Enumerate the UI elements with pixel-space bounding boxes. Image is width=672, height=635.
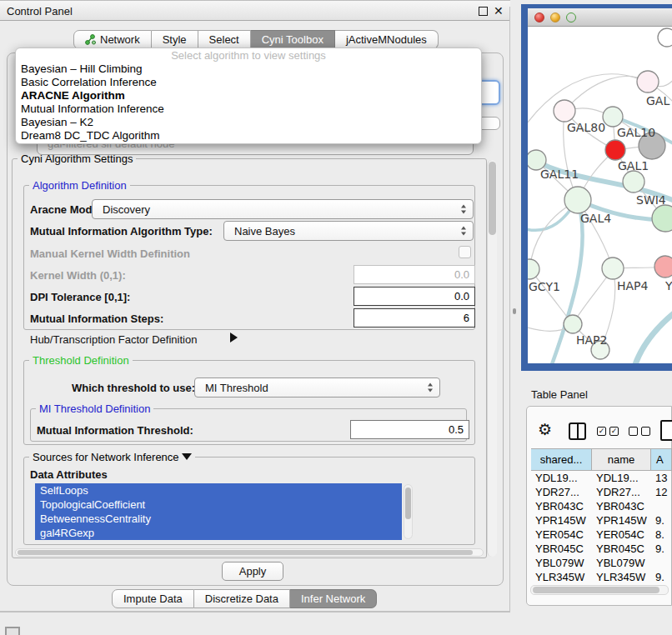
dropdown-item[interactable]: Basic Correlation Inference bbox=[16, 76, 481, 89]
document-icon[interactable] bbox=[660, 420, 672, 441]
dpi-tolerance-field[interactable]: 0.0 bbox=[354, 287, 475, 306]
gear-icon[interactable]: ⚙ bbox=[538, 421, 552, 439]
dropdown-item[interactable]: Bayesian – Hill Climbing bbox=[16, 62, 481, 76]
node[interactable] bbox=[564, 187, 591, 213]
cell: 8. bbox=[651, 528, 672, 542]
apply-button[interactable]: Apply bbox=[222, 562, 283, 581]
dropdown-list: Bayesian – Hill Climbing Basic Correlati… bbox=[16, 62, 481, 142]
node[interactable] bbox=[602, 258, 624, 279]
node-label: GCY1 bbox=[529, 280, 560, 293]
column-header-partial[interactable]: A bbox=[651, 449, 672, 470]
attribute-item[interactable]: gal4RGexp bbox=[35, 526, 402, 540]
aracne-mode-combo[interactable]: Discovery bbox=[92, 199, 474, 219]
mi-type-combo[interactable]: Naive Bayes bbox=[223, 221, 474, 241]
node-label: GAL4 bbox=[580, 212, 611, 225]
zoom-traffic-light[interactable] bbox=[566, 12, 576, 22]
dropdown-item[interactable]: Dream8 DC_TDC Algorithm bbox=[16, 129, 481, 142]
table-row[interactable]: YLR345W YLR345W 9. bbox=[531, 570, 672, 584]
table-panel-title: Table Panel bbox=[531, 388, 588, 401]
close-traffic-light[interactable] bbox=[534, 12, 544, 22]
node-label: GAL1 bbox=[618, 159, 649, 172]
network-canvas[interactable]: GAL80 GAL10 GAL GAL11 GAL1 SWI4 GAL4 GCY… bbox=[528, 27, 672, 363]
cell: YPR145W bbox=[592, 513, 651, 528]
data-attributes-list: SelfLoops TopologicalCoefficient Between… bbox=[35, 483, 402, 540]
columns-icon[interactable] bbox=[569, 422, 586, 440]
tab-label: Select bbox=[209, 31, 239, 49]
checked-checkbox-icon[interactable]: ✓ bbox=[609, 427, 619, 436]
close-icon[interactable]: ✕ bbox=[494, 4, 504, 18]
node[interactable] bbox=[564, 315, 582, 333]
node[interactable] bbox=[603, 107, 623, 127]
mi-threshold-field[interactable]: 0.5 bbox=[350, 420, 469, 439]
attribute-item[interactable]: BetweennessCentrality bbox=[35, 512, 402, 526]
dropdown-item[interactable]: Mutual Information Inference bbox=[16, 102, 481, 116]
scrollbar-thumb[interactable] bbox=[533, 587, 659, 593]
settings-vertical-scrollbar[interactable] bbox=[487, 160, 497, 557]
scrollbar-thumb[interactable] bbox=[489, 162, 496, 235]
table-row[interactable]: YBL079W YBL079W bbox=[531, 556, 672, 570]
which-threshold-combo[interactable]: MI Threshold bbox=[194, 378, 440, 398]
column-header-shared[interactable]: shared... bbox=[531, 449, 592, 470]
attribute-item[interactable]: TopologicalCoefficient bbox=[35, 498, 402, 512]
dropdown-item[interactable]: Bayesian – K2 bbox=[16, 116, 481, 129]
tab-jactivemnodules[interactable]: jActiveMNodules bbox=[335, 30, 439, 49]
mi-steps-field[interactable]: 6 bbox=[354, 308, 475, 328]
expand-right-icon[interactable] bbox=[230, 332, 238, 342]
node[interactable] bbox=[528, 259, 539, 279]
checked-checkbox-icon[interactable]: ✓ bbox=[597, 427, 606, 436]
field-value: 0.5 bbox=[449, 423, 464, 436]
float-icon[interactable] bbox=[479, 7, 488, 16]
field-value: 6 bbox=[464, 312, 469, 324]
node-selected[interactable] bbox=[605, 140, 625, 160]
node[interactable] bbox=[654, 256, 672, 278]
attribute-item[interactable]: SelfLoops bbox=[35, 483, 402, 498]
table-row[interactable]: YBR045C YBR045C 9. bbox=[531, 542, 672, 556]
collapsed-panel-icon[interactable] bbox=[5, 627, 20, 635]
node[interactable] bbox=[554, 100, 575, 122]
tab-label: Impute Data bbox=[123, 590, 183, 608]
attribute-list-scrollbar[interactable] bbox=[404, 484, 413, 539]
sources-group-title[interactable]: Sources for Network Inference bbox=[29, 451, 195, 463]
minimize-traffic-light[interactable] bbox=[550, 12, 560, 22]
table-row[interactable]: YDR27... YDR27... 12 bbox=[531, 485, 672, 499]
manual-kernel-checkbox[interactable] bbox=[459, 246, 471, 258]
tab-select[interactable]: Select bbox=[198, 30, 251, 49]
node[interactable] bbox=[623, 171, 644, 192]
bottom-tabbar: Impute Data Discretize Data Infer Networ… bbox=[112, 589, 377, 608]
network-icon bbox=[85, 34, 96, 45]
network-window-titlebar[interactable] bbox=[528, 8, 672, 27]
table-row[interactable]: YBR043C YBR043C bbox=[531, 499, 672, 513]
table-row[interactable]: YPR145W YPR145W 9. bbox=[531, 513, 672, 528]
app-root: Control Panel ✕ Network Style Select Cyn… bbox=[0, 0, 672, 635]
splitter-handle[interactable] bbox=[513, 308, 516, 314]
node[interactable] bbox=[652, 205, 672, 232]
tab-discretize-data[interactable]: Discretize Data bbox=[194, 589, 290, 608]
table-row[interactable]: YDL19... YDL19... 13 bbox=[531, 471, 672, 485]
control-panel-tabbar: Network Style Select Cyni Toolbox jActiv… bbox=[73, 30, 439, 49]
hub-section-label[interactable]: Hub/Transcription Factor Definition bbox=[30, 333, 197, 346]
node-label: GAL11 bbox=[540, 168, 579, 181]
settings-horizontal-scrollbar[interactable] bbox=[15, 548, 484, 557]
node[interactable] bbox=[658, 28, 672, 47]
tab-style[interactable]: Style bbox=[152, 30, 198, 49]
kernel-width-field[interactable]: 0.0 bbox=[354, 265, 475, 284]
tab-label: Style bbox=[163, 31, 187, 49]
column-header-name[interactable]: name bbox=[592, 449, 651, 470]
tab-impute-data[interactable]: Impute Data bbox=[112, 589, 194, 608]
dropdown-item-selected[interactable]: ARACNE Algorithm bbox=[16, 89, 481, 102]
table-row[interactable]: YER054C YER054C 8. bbox=[531, 528, 672, 542]
scrollbar-thumb[interactable] bbox=[18, 550, 473, 555]
unchecked-checkbox-icon[interactable] bbox=[629, 427, 638, 436]
tab-network[interactable]: Network bbox=[73, 30, 152, 49]
field-value: 0.0 bbox=[454, 290, 469, 302]
tab-cyni-toolbox[interactable]: Cyni Toolbox bbox=[251, 30, 335, 49]
cell: YBR043C bbox=[592, 499, 651, 513]
table-horizontal-scrollbar[interactable] bbox=[530, 585, 669, 595]
tab-infer-network[interactable]: Infer Network bbox=[290, 589, 377, 608]
scrollbar-thumb[interactable] bbox=[405, 488, 411, 519]
cell: YBR045C bbox=[531, 542, 592, 556]
unchecked-checkbox-icon[interactable] bbox=[641, 427, 650, 436]
node[interactable] bbox=[637, 71, 659, 92]
cell: YDR27... bbox=[592, 485, 651, 499]
cell bbox=[651, 556, 672, 570]
